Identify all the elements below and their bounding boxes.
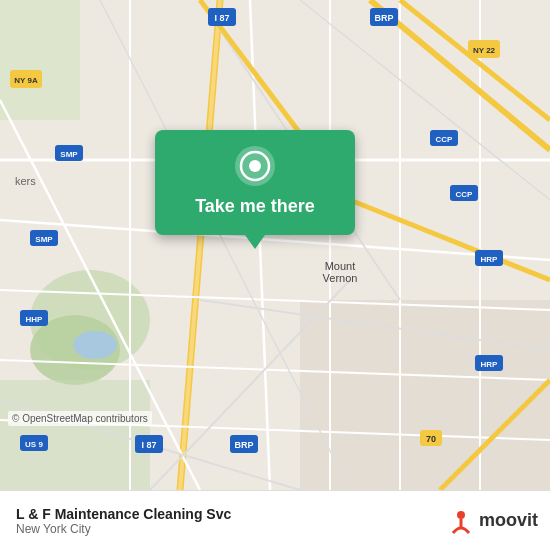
svg-text:US 9: US 9 — [25, 440, 43, 449]
copyright-notice: © OpenStreetMap contributors — [8, 411, 152, 426]
take-me-there-label: Take me there — [195, 196, 315, 217]
svg-text:BRP: BRP — [374, 13, 393, 23]
bottom-bar: L & F Maintenance Cleaning Svc New York … — [0, 490, 550, 550]
svg-text:BRP: BRP — [234, 440, 253, 450]
business-name: L & F Maintenance Cleaning Svc — [16, 506, 231, 522]
moovit-logo[interactable]: moovit — [445, 505, 538, 537]
svg-rect-5 — [0, 0, 80, 120]
moovit-text: moovit — [479, 510, 538, 531]
moovit-icon — [445, 505, 477, 537]
business-location: New York City — [16, 522, 231, 536]
svg-text:I 87: I 87 — [141, 440, 156, 450]
svg-point-67 — [249, 160, 261, 172]
svg-text:kers: kers — [15, 175, 36, 187]
svg-text:70: 70 — [426, 434, 436, 444]
map-container: I 87 BRP NY 22 NY 9A SMP SMP CCP CCP HHP… — [0, 0, 550, 490]
location-pin-icon — [233, 144, 277, 188]
svg-point-68 — [457, 511, 465, 519]
business-info: L & F Maintenance Cleaning Svc New York … — [16, 506, 231, 536]
svg-text:HRP: HRP — [481, 255, 499, 264]
svg-text:CCP: CCP — [436, 135, 454, 144]
svg-text:Mount: Mount — [325, 260, 356, 272]
svg-text:HRP: HRP — [481, 360, 499, 369]
svg-text:I 87: I 87 — [214, 13, 229, 23]
svg-text:NY 22: NY 22 — [473, 46, 496, 55]
svg-rect-7 — [300, 300, 550, 490]
svg-rect-6 — [0, 380, 150, 490]
svg-text:SMP: SMP — [35, 235, 53, 244]
svg-text:HHP: HHP — [26, 315, 44, 324]
svg-text:NY 9A: NY 9A — [14, 76, 38, 85]
svg-point-4 — [73, 331, 117, 359]
svg-text:SMP: SMP — [60, 150, 78, 159]
svg-text:CCP: CCP — [456, 190, 474, 199]
take-me-there-button[interactable]: Take me there — [155, 130, 355, 235]
svg-text:Vernon: Vernon — [323, 272, 358, 284]
